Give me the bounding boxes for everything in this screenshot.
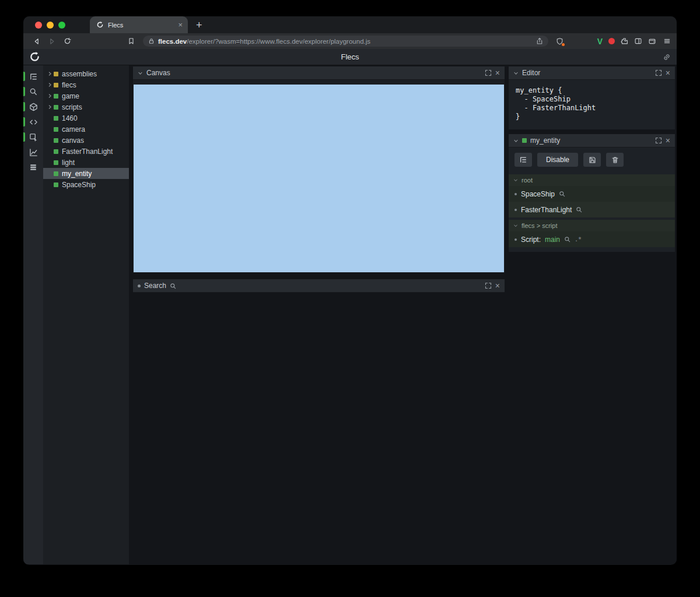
browser-tab-flecs[interactable]: Flecs × (90, 16, 188, 33)
shield-badge (562, 43, 565, 46)
tree-item-label: assemblies (62, 70, 97, 78)
tree-item-light[interactable]: light (43, 157, 129, 168)
brave-shield-icon[interactable] (556, 37, 564, 45)
window-close-button[interactable] (35, 22, 42, 29)
tree-item-label: game (62, 92, 79, 100)
chevron-right-icon[interactable] (47, 82, 54, 87)
rail-entities-cube-icon[interactable] (23, 99, 43, 114)
main-area: assemblies flecs game scripts 1460 (23, 65, 677, 564)
entity-panel-title: my_entity (530, 136, 560, 145)
url-text: flecs.dev/explorer/?wasm=https://www.fle… (158, 38, 533, 45)
tree-item-fasterthanlight[interactable]: FasterThanLight (43, 146, 129, 157)
rail-code-icon[interactable] (23, 114, 43, 129)
expand-icon[interactable] (485, 282, 492, 289)
delete-button[interactable] (606, 153, 624, 167)
extension-v-icon[interactable]: V (597, 37, 603, 46)
entity-square-icon (522, 138, 527, 143)
chevron-right-icon[interactable] (47, 93, 54, 99)
component-row-fasterthanlight[interactable]: FasterThanLight (509, 202, 675, 217)
search-component-icon[interactable] (559, 191, 565, 197)
tree-item-my-entity[interactable]: my_entity (43, 168, 129, 179)
address-bar[interactable]: flecs.dev/explorer/?wasm=https://www.fle… (143, 36, 548, 47)
search-panel-title: Search (144, 282, 166, 290)
tree-item-assemblies[interactable]: assemblies (43, 68, 129, 79)
window-minimize-button[interactable] (47, 22, 54, 29)
chevron-down-icon[interactable] (138, 71, 143, 76)
chevron-down-icon (513, 178, 518, 182)
close-icon[interactable]: × (666, 69, 670, 77)
tree-item-flecs[interactable]: flecs (43, 79, 129, 90)
tree-item-label: canvas (62, 136, 84, 145)
reload-button[interactable] (60, 35, 75, 48)
section-header-flecs-script[interactable]: flecs > script (509, 220, 675, 231)
menu-icon[interactable] (663, 37, 671, 45)
back-button[interactable] (29, 35, 44, 48)
expand-icon[interactable] (655, 69, 662, 76)
disable-button[interactable]: Disable (537, 153, 578, 167)
bookmark-icon[interactable] (124, 35, 139, 48)
wallet-icon[interactable] (648, 37, 656, 45)
rail-inspect-icon[interactable] (23, 129, 43, 145)
script-eval-icon[interactable]: .* (575, 236, 582, 243)
rail-queries-rows-icon[interactable] (23, 160, 43, 175)
tab-close-icon[interactable]: × (178, 21, 183, 29)
entity-square-icon (54, 149, 58, 154)
new-tab-button[interactable]: + (196, 20, 202, 30)
search-icon (170, 283, 176, 289)
tree-view-button[interactable] (514, 153, 532, 167)
close-icon[interactable]: × (495, 69, 500, 77)
tree-item-label: FasterThanLight (62, 148, 113, 156)
extension-red-icon[interactable] (608, 38, 615, 44)
browser-window: Flecs × + flecs.dev/explorer/?wasm=https… (23, 16, 677, 565)
tree-item-label: my_entity (62, 170, 92, 178)
search-component-icon[interactable] (564, 236, 570, 243)
chevron-down-icon (513, 223, 518, 228)
tree-item-scripts[interactable]: scripts (43, 101, 129, 113)
rail-entity-tree-icon[interactable] (23, 69, 43, 84)
close-icon[interactable]: × (666, 136, 670, 145)
close-icon[interactable]: × (495, 282, 500, 290)
section-header-root[interactable]: root (509, 174, 675, 186)
expand-icon[interactable] (485, 69, 492, 76)
bullet-icon (514, 209, 517, 211)
chevron-down-icon[interactable] (513, 138, 519, 143)
sidebar-toggle-icon[interactable] (634, 37, 642, 45)
flecs-logo-icon[interactable] (29, 51, 40, 62)
share-icon[interactable] (536, 37, 543, 45)
window-zoom-button[interactable] (58, 22, 65, 29)
share-link-icon[interactable] (663, 53, 671, 61)
tree-item-1460[interactable]: 1460 (43, 113, 129, 124)
search-panel: Search × (133, 279, 505, 293)
component-row-script[interactable]: Script: main .* (509, 231, 675, 247)
bullet-icon (514, 238, 517, 241)
flecs-favicon-icon (96, 21, 104, 29)
search-component-icon[interactable] (576, 206, 582, 213)
component-row-spaceship[interactable]: SpaceShip (509, 186, 675, 202)
search-panel-header: Search × (133, 279, 505, 293)
tree-item-camera[interactable]: camera (43, 124, 129, 135)
tree-item-spaceship[interactable]: SpaceShip (43, 179, 129, 190)
expand-icon[interactable] (655, 137, 662, 144)
save-button[interactable] (583, 153, 601, 167)
puzzle-icon[interactable] (621, 37, 628, 45)
chevron-right-icon[interactable] (47, 71, 54, 76)
tree-item-label: light (62, 159, 75, 167)
entity-panel-header: my_entity × (509, 134, 675, 148)
code-editor[interactable]: my_entity { - SpaceShip - FasterThanLigh… (509, 80, 675, 129)
entity-square-icon (54, 160, 58, 165)
render-canvas[interactable] (134, 85, 504, 272)
entity-toolbar: Disable (509, 148, 675, 172)
lock-icon (148, 38, 155, 44)
chevron-right-icon[interactable] (47, 104, 54, 110)
module-square-icon (54, 72, 58, 76)
tree-item-canvas[interactable]: canvas (43, 135, 129, 146)
tree-item-label: 1460 (62, 114, 78, 122)
tree-item-game[interactable]: game (43, 90, 129, 101)
chevron-down-icon[interactable] (513, 71, 519, 76)
rail-search-icon[interactable] (23, 84, 43, 99)
entity-square-icon (54, 116, 58, 121)
tree-item-label: scripts (62, 103, 82, 111)
rail-stats-chart-icon[interactable] (23, 145, 43, 160)
forward-button[interactable] (44, 35, 60, 48)
code-line: - SpaceShip (516, 95, 668, 104)
